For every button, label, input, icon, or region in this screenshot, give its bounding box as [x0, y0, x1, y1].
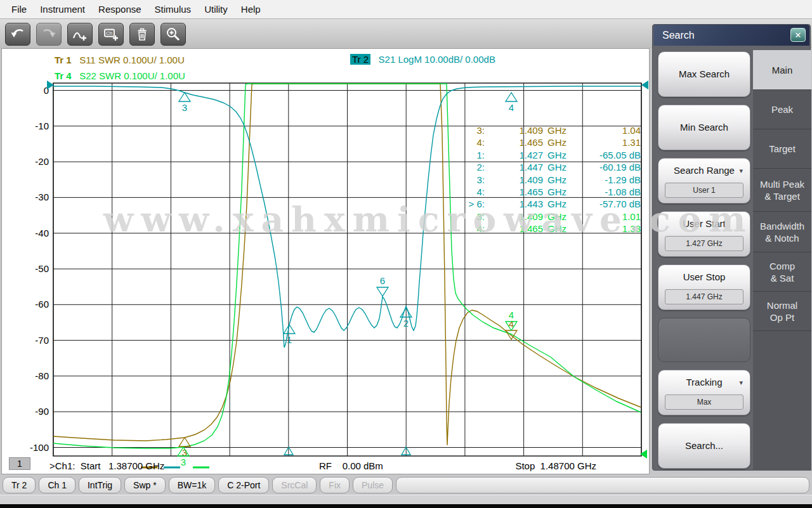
tab-normal-op-pt[interactable]: Normal Op Pt	[753, 291, 811, 330]
marker-readout-row: 4:1.465GHz1.33	[455, 223, 641, 235]
chevron-down-icon: ▾	[739, 379, 743, 387]
status-button-srccal: SrcCal	[272, 477, 317, 493]
trace-1-format-label: S11 SWR 0.100U/ 1.00U	[79, 55, 185, 65]
rf-power-label: RF 0.00 dBm	[319, 460, 383, 471]
marker-readout-table: 3:1.409GHz1.044:1.465GHz1.311:1.427GHz-6…	[455, 124, 641, 235]
menu-bar: FileInstrumentResponseStimulusUtilityHel…	[0, 0, 812, 19]
menu-item-help[interactable]: Help	[235, 1, 267, 17]
svg-text:Ch: Ch	[106, 30, 112, 36]
tab-peak[interactable]: Peak	[753, 89, 811, 129]
delete-icon	[134, 26, 150, 42]
tab-target[interactable]: Target	[753, 129, 811, 168]
status-button-fix: Fix	[320, 477, 350, 493]
add-trace-icon	[72, 26, 88, 42]
trace-4-format-label: S22 SWR 0.100U/ 1.00U	[79, 70, 185, 81]
status-button-bw-1k[interactable]: BW=1k	[169, 477, 216, 493]
marker-readout-row: 2:1.447GHz-60.19 dB	[455, 161, 641, 173]
user-start-button[interactable]: User Start1.427 GHz	[658, 211, 750, 257]
max-search-button[interactable]: Max Search	[658, 51, 750, 97]
menu-item-instrument[interactable]: Instrument	[34, 1, 91, 17]
trace-1-badge[interactable]: Tr 1	[55, 55, 72, 65]
search-range-button[interactable]: Search Range▾User 1	[658, 158, 750, 204]
menu-item-response[interactable]: Response	[92, 1, 148, 17]
marker-readout-row: 3:1.409GHz1.04	[455, 124, 641, 136]
trace-2-badge[interactable]: Tr 2	[350, 54, 370, 65]
search-button[interactable]: Search...	[658, 423, 750, 469]
status-bar: Tr 2Ch 1IntTrigSwp *BW=1kC 2-PortSrcCalF…	[3, 477, 809, 493]
button-label: Tracking	[658, 376, 750, 389]
button-label: Search Range	[658, 164, 750, 177]
tab-main[interactable]: Main	[753, 50, 811, 89]
tab-multi-peak-target[interactable]: Multi Peak & Target	[753, 168, 811, 211]
button-label: Min Search	[658, 105, 750, 150]
status-button-pulse: Pulse	[353, 477, 393, 493]
marker-readout-row: 3:1.409GHz-1.29 dB	[455, 174, 641, 186]
blank-slot	[658, 318, 750, 362]
stimulus-stop-label: Stop 1.48700 GHz	[508, 460, 596, 471]
status-button-ch-1[interactable]: Ch 1	[39, 477, 75, 493]
search-panel: Search ✕ Max SearchMin SearchSearch Rang…	[652, 24, 811, 471]
redo-button	[36, 23, 62, 46]
undo-button[interactable]	[5, 23, 30, 46]
marker-readout-row: 1:1.427GHz-65.05 dB	[455, 149, 641, 161]
tracking-button[interactable]: Tracking▾Max	[658, 370, 750, 415]
status-button-empty	[396, 477, 809, 493]
vna-application-window: FileInstrumentResponseStimulusUtilityHel…	[0, 0, 812, 508]
button-value-field: 1.427 GHz	[665, 236, 743, 251]
button-label: Max Search	[658, 52, 750, 96]
channel-number-badge[interactable]: 1	[9, 457, 30, 470]
trace-1-legend[interactable]: Tr 1 S11 SWR 0.100U/ 1.00U	[55, 55, 185, 66]
status-button-swp[interactable]: Swp *	[124, 477, 166, 493]
button-value-field: Max	[665, 394, 743, 410]
delete-button[interactable]	[129, 23, 155, 46]
zoom-in-button[interactable]	[160, 23, 186, 46]
status-button-inttrig[interactable]: IntTrig	[79, 477, 121, 493]
close-icon[interactable]: ✕	[790, 28, 806, 42]
button-value-field: 1.447 GHz	[665, 289, 743, 304]
button-label: User Start	[658, 218, 750, 230]
tab-comp-sat[interactable]: Comp & Sat	[753, 252, 811, 291]
button-value-field: User 1	[665, 183, 743, 198]
trace-4-badge[interactable]: Tr 4	[55, 70, 72, 81]
stimulus-start-label: >Ch1: Start 1.38700 GHz	[49, 460, 164, 471]
add-trace-button[interactable]	[67, 23, 93, 46]
search-panel-title: Search	[653, 25, 809, 46]
chevron-down-icon: ▾	[739, 167, 743, 175]
trace-4-legend[interactable]: Tr 4 S22 SWR 0.100U/ 1.00U	[55, 70, 185, 82]
marker-readout-row: 4:1.465GHz1.31	[455, 136, 641, 148]
message-strip	[0, 495, 812, 504]
menu-item-file[interactable]: File	[5, 1, 33, 17]
marker-readout-row: > 6:1.443GHz-57.70 dB	[455, 198, 641, 210]
zoom-in-icon	[165, 26, 181, 42]
window-bottom-edge	[0, 504, 812, 508]
button-label: User Stop	[658, 271, 750, 283]
undo-icon	[10, 26, 26, 42]
menu-item-utility[interactable]: Utility	[198, 1, 234, 17]
min-search-button[interactable]: Min Search	[658, 105, 750, 150]
add-channel-button[interactable]: Ch	[98, 23, 124, 46]
add-channel-icon: Ch	[103, 26, 119, 42]
status-button-tr-2[interactable]: Tr 2	[3, 477, 36, 493]
tab-bandwidth-notch[interactable]: Bandwidth & Notch	[753, 211, 811, 252]
button-label: Search...	[658, 424, 750, 468]
trace-2-format-label: S21 LogM 10.00dB/ 0.00dB	[379, 54, 495, 65]
chart-area	[1, 48, 650, 474]
user-stop-button[interactable]: User Stop1.447 GHz	[658, 264, 750, 310]
marker-readout-row: 3:1.409GHz1.01	[455, 211, 641, 223]
trace-2-legend[interactable]: Tr 2 S21 LogM 10.00dB/ 0.00dB	[350, 54, 495, 65]
redo-icon	[41, 26, 57, 42]
marker-readout-row: 4:1.465GHz-1.08 dB	[455, 186, 641, 198]
status-button-c-2-port[interactable]: C 2-Port	[218, 477, 269, 493]
menu-item-stimulus[interactable]: Stimulus	[148, 1, 198, 17]
tab-column-filler	[753, 330, 811, 471]
